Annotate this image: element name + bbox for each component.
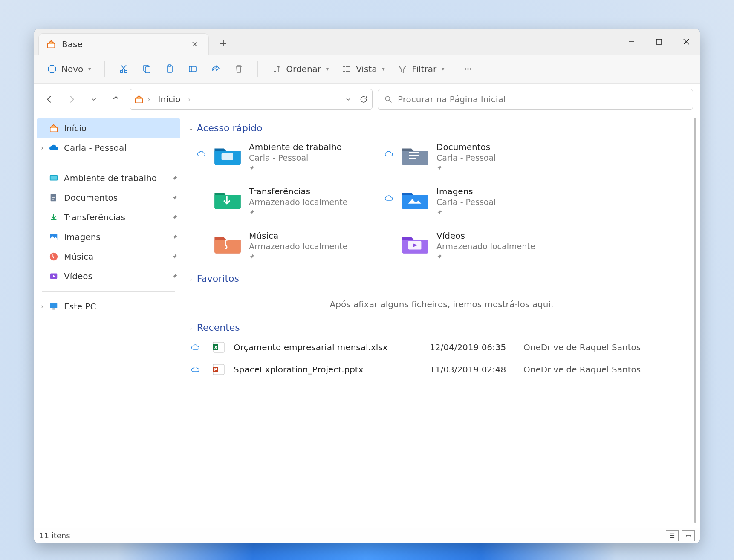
search-box[interactable] — [378, 89, 693, 110]
desktop-icon — [49, 173, 59, 183]
section-label: Recentes — [197, 322, 240, 333]
sidebar-item-videos[interactable]: Vídeos — [34, 266, 183, 286]
quick-access-item[interactable]: Imagens Carla - Pessoal — [384, 186, 564, 215]
quick-access-item[interactable]: Ambiente de trabalho Carla - Pessoal — [197, 142, 376, 171]
search-input[interactable] — [398, 94, 687, 104]
item-name: Documentos — [436, 142, 496, 152]
address-bar[interactable]: › Início › — [130, 89, 373, 110]
quick-access-item[interactable]: Documentos Carla - Pessoal — [384, 142, 564, 171]
breadcrumb-segment[interactable]: Início — [155, 92, 184, 106]
sidebar-label: Imagens — [64, 232, 101, 242]
pin-icon — [172, 214, 178, 220]
up-button[interactable] — [107, 91, 124, 108]
expand-icon[interactable]: › — [38, 303, 46, 310]
pin-icon — [249, 209, 347, 215]
file-explorer-window: Base Novo ▾ Ordenar ▾ — [34, 29, 700, 543]
tab-active[interactable]: Base — [38, 33, 209, 55]
new-tab-button[interactable] — [213, 33, 234, 54]
folder-icon — [400, 142, 431, 167]
copy-button[interactable] — [136, 60, 157, 78]
svg-rect-8 — [189, 66, 196, 72]
documents-icon — [49, 193, 59, 203]
tab-close-button[interactable] — [189, 38, 201, 50]
address-dropdown-button[interactable] — [345, 96, 352, 103]
view-button[interactable]: Vista ▾ — [336, 60, 390, 78]
sidebar-label: Início — [64, 123, 87, 133]
pin-icon — [436, 254, 535, 260]
back-button[interactable] — [41, 91, 58, 108]
svg-rect-20 — [52, 309, 55, 310]
sidebar-item-documents[interactable]: Documentos — [34, 188, 183, 208]
quick-access-item[interactable]: Transferências Armazenado localmente — [197, 186, 376, 215]
new-button[interactable]: Novo ▾ — [42, 60, 96, 78]
recent-locations-button[interactable] — [85, 91, 102, 108]
filter-label: Filtrar — [412, 64, 436, 74]
downloads-icon — [49, 212, 59, 222]
pin-icon — [172, 254, 178, 260]
sidebar-item-downloads[interactable]: Transferências — [34, 208, 183, 227]
file-icon: P — [212, 363, 225, 376]
folder-icon — [400, 231, 431, 256]
icons-view-button[interactable]: ▭ — [682, 530, 695, 541]
filter-button[interactable]: Filtrar ▾ — [392, 60, 449, 78]
file-date: 11/03/2019 02:48 — [430, 364, 523, 375]
item-name: Transferências — [249, 186, 347, 196]
status-item-count: 11 itens — [39, 531, 70, 540]
navigation-pane: Início › Carla - Pessoal Ambiente de tra… — [34, 115, 183, 528]
expand-icon[interactable]: › — [38, 144, 46, 151]
sidebar-label: Ambiente de trabalho — [64, 173, 157, 183]
paste-button[interactable] — [159, 60, 180, 78]
breadcrumb-separator: › — [188, 96, 191, 103]
section-header-favorites[interactable]: ⌄ Favoritos — [187, 270, 696, 287]
cloud-status-icon — [197, 150, 206, 158]
titlebar: Base — [34, 29, 700, 55]
item-name: Vídeos — [436, 231, 535, 241]
quick-access-grid: Ambiente de trabalho Carla - Pessoal Doc… — [187, 137, 696, 270]
sort-button[interactable]: Ordenar ▾ — [266, 60, 334, 78]
breadcrumb-separator: › — [148, 96, 150, 103]
more-button[interactable] — [458, 60, 478, 78]
sidebar-item-music[interactable]: Música — [34, 247, 183, 266]
recent-item[interactable]: P SpaceExploration_Project.pptx 11/03/20… — [187, 358, 696, 381]
pin-icon — [436, 165, 496, 171]
sidebar-item-pictures[interactable]: Imagens — [34, 227, 183, 247]
recent-list: X Orçamento empresarial mensal.xlsx 12/0… — [187, 336, 696, 381]
minimize-button[interactable] — [618, 29, 645, 55]
favorites-empty-text: Após afixar alguns ficheiros, iremos mos… — [187, 287, 696, 319]
maximize-button[interactable] — [645, 29, 673, 55]
delete-button[interactable] — [228, 60, 249, 78]
cut-button[interactable] — [113, 60, 134, 78]
sidebar-label: Carla - Pessoal — [64, 143, 127, 153]
svg-rect-5 — [145, 67, 150, 73]
share-button[interactable] — [205, 60, 226, 78]
sidebar-item-thispc[interactable]: › Este PC — [34, 297, 183, 316]
sidebar-item-desktop[interactable]: Ambiente de trabalho — [34, 168, 183, 188]
folder-icon — [212, 186, 243, 212]
sidebar-label: Vídeos — [64, 271, 92, 281]
toolbar: Novo ▾ Ordenar ▾ Vista ▾ Filtrar ▾ — [34, 55, 700, 84]
pin-icon — [436, 209, 496, 215]
rename-button[interactable] — [182, 60, 203, 78]
svg-rect-0 — [656, 39, 662, 44]
chevron-down-icon: ⌄ — [188, 324, 194, 331]
refresh-button[interactable] — [359, 95, 368, 104]
section-header-quick-access[interactable]: ⌄ Acesso rápido — [187, 119, 696, 137]
recent-item[interactable]: X Orçamento empresarial mensal.xlsx 12/0… — [187, 336, 696, 358]
pin-icon — [249, 165, 342, 171]
quick-access-item[interactable]: Música Armazenado localmente — [197, 231, 376, 260]
sidebar-item-home[interactable]: Início — [37, 118, 180, 138]
forward-button[interactable] — [63, 91, 80, 108]
svg-point-2 — [120, 70, 123, 73]
quick-access-item[interactable]: Vídeos Armazenado localmente — [384, 231, 564, 260]
svg-text:P: P — [214, 367, 217, 372]
section-header-recent[interactable]: ⌄ Recentes — [187, 319, 696, 336]
content-pane: ⌄ Acesso rápido Ambiente de trabalho Car… — [183, 115, 700, 528]
scrollbar[interactable] — [694, 116, 699, 527]
cloud-status-icon — [191, 365, 212, 374]
close-button[interactable] — [673, 29, 700, 55]
details-view-button[interactable]: ☰ — [666, 530, 679, 541]
sidebar-item-onedrive[interactable]: › Carla - Pessoal — [34, 138, 183, 158]
folder-icon — [212, 142, 243, 167]
chevron-down-icon: ⌄ — [188, 125, 194, 132]
svg-rect-21 — [222, 153, 233, 160]
